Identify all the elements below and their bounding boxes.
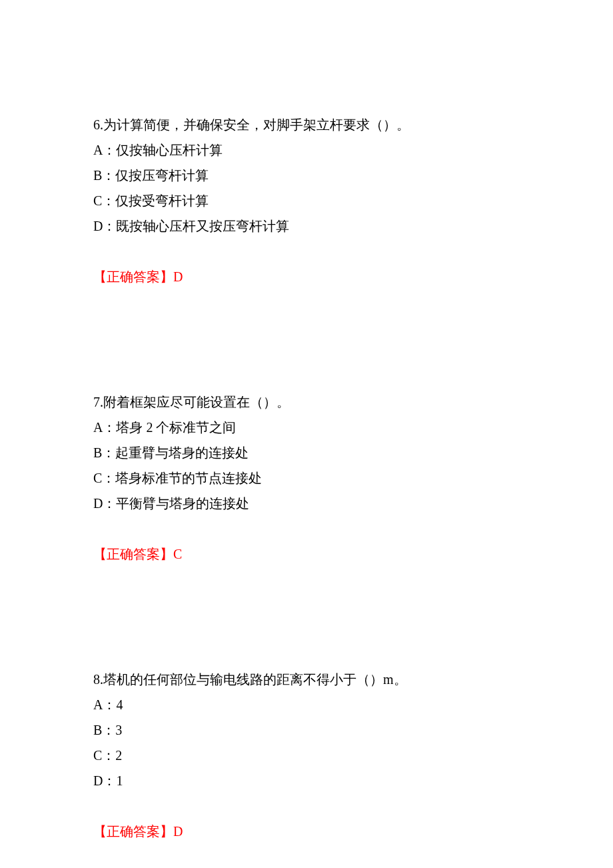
option-b: B：起重臂与塔身的连接处 bbox=[93, 440, 520, 465]
option-a: A：塔身 2 个标准节之间 bbox=[93, 415, 520, 440]
question-stem: 塔机的任何部位与输电线路的距离不得小于（）m。 bbox=[103, 672, 407, 687]
answer-section: 【正确答案】D bbox=[93, 264, 520, 289]
answer-value: D bbox=[173, 269, 183, 284]
question-stem: 为计算简便，并确保安全，对脚手架立杆要求（）。 bbox=[103, 117, 410, 132]
answer-section: 【正确答案】C bbox=[93, 541, 520, 567]
option-d: D：既按轴心压杆又按压弯杆计算 bbox=[93, 213, 520, 239]
option-d: D：1 bbox=[93, 768, 520, 793]
option-a: A：仅按轴心压杆计算 bbox=[93, 137, 520, 163]
option-b: B：3 bbox=[93, 717, 520, 743]
question-text: 6.为计算简便，并确保安全，对脚手架立杆要求（）。 bbox=[93, 112, 520, 137]
question-stem: 附着框架应尽可能设置在（）。 bbox=[103, 395, 290, 409]
option-c: C：仅按受弯杆计算 bbox=[93, 188, 520, 213]
option-c: C：塔身标准节的节点连接处 bbox=[93, 465, 520, 491]
question-text: 7.附着框架应尽可能设置在（）。 bbox=[93, 389, 520, 415]
answer-value: C bbox=[173, 547, 182, 561]
option-a: A：4 bbox=[93, 692, 520, 717]
option-b: B：仅按压弯杆计算 bbox=[93, 163, 520, 188]
question-number: 6. bbox=[93, 117, 103, 132]
option-c: C：2 bbox=[93, 743, 520, 768]
option-d: D：平衡臂与塔身的连接处 bbox=[93, 491, 520, 516]
answer-label: 【正确答案】 bbox=[93, 269, 173, 284]
question-text: 8.塔机的任何部位与输电线路的距离不得小于（）m。 bbox=[93, 667, 520, 692]
answer-label: 【正确答案】 bbox=[93, 824, 173, 839]
question-block-7: 7.附着框架应尽可能设置在（）。 A：塔身 2 个标准节之间 B：起重臂与塔身的… bbox=[93, 389, 520, 567]
answer-section: 【正确答案】D bbox=[93, 819, 520, 844]
answer-label: 【正确答案】 bbox=[93, 547, 173, 561]
question-block-8: 8.塔机的任何部位与输电线路的距离不得小于（）m。 A：4 B：3 C：2 D：… bbox=[93, 667, 520, 844]
answer-value: D bbox=[173, 824, 183, 839]
question-number: 7. bbox=[93, 395, 103, 409]
question-block-6: 6.为计算简便，并确保安全，对脚手架立杆要求（）。 A：仅按轴心压杆计算 B：仅… bbox=[93, 112, 520, 289]
question-number: 8. bbox=[93, 672, 103, 687]
